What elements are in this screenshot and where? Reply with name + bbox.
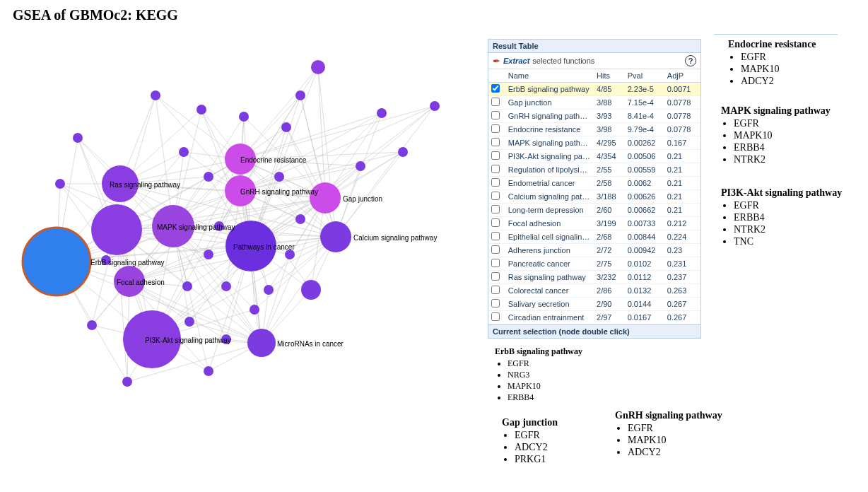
gene-item: MAPK10 bbox=[628, 435, 756, 446]
table-row[interactable]: Adherens junction2/720.009420.23 bbox=[488, 244, 700, 257]
graph-node-n6[interactable] bbox=[311, 60, 325, 74]
row-checkbox[interactable] bbox=[491, 272, 500, 281]
col-hits[interactable]: Hits bbox=[594, 69, 625, 83]
table-row[interactable]: GnRH signaling pathway3/938.41e-40.0778 bbox=[488, 110, 700, 123]
col-name[interactable]: Name bbox=[505, 69, 594, 83]
table-row[interactable]: Long-term depression2/600.006620.21 bbox=[488, 204, 700, 217]
panel-footer: Current selection (node double click) bbox=[488, 324, 700, 338]
graph-node-n12[interactable] bbox=[179, 147, 189, 157]
graph-node-n22[interactable] bbox=[87, 320, 97, 330]
graph-node-n14[interactable] bbox=[274, 172, 284, 182]
extract-button[interactable]: Extract bbox=[503, 57, 529, 65]
graph-node-n10[interactable] bbox=[356, 161, 365, 171]
graph-node-label: Pathways in cancer bbox=[233, 243, 295, 251]
table-row[interactable]: PI3K-Akt signaling pathway4/3540.005060.… bbox=[488, 150, 700, 163]
table-row[interactable]: Endocrine resistance3/989.79e-40.0778 bbox=[488, 123, 700, 136]
graph-node-n21[interactable] bbox=[184, 317, 194, 327]
graph-node-n18[interactable] bbox=[250, 305, 259, 315]
graph-node-n16[interactable] bbox=[285, 250, 295, 259]
table-row[interactable]: Gap junction3/887.15e-40.0778 bbox=[488, 96, 700, 110]
row-checkbox[interactable] bbox=[491, 151, 500, 160]
graph-node-n19[interactable] bbox=[221, 281, 231, 291]
graph-node-n1[interactable] bbox=[73, 133, 83, 143]
row-checkbox[interactable] bbox=[491, 299, 500, 308]
result-table-scroll[interactable]: Name Hits Pval AdjP ErbB signaling pathw… bbox=[488, 69, 700, 324]
table-row[interactable]: MAPK signaling pathway4/2950.002620.167 bbox=[488, 136, 700, 150]
row-checkbox[interactable] bbox=[491, 259, 500, 267]
row-checkbox[interactable] bbox=[491, 312, 500, 321]
result-table: Name Hits Pval AdjP ErbB signaling pathw… bbox=[488, 69, 700, 324]
graph-node-large1[interactable] bbox=[91, 204, 142, 255]
graph-node-n15[interactable] bbox=[295, 214, 305, 224]
row-checkbox[interactable] bbox=[491, 138, 500, 146]
graph-node-n4[interactable] bbox=[239, 112, 249, 122]
table-row[interactable]: Regulation of lipolysis in2/550.005590.2… bbox=[488, 163, 700, 177]
gene-item: MAPK10 bbox=[508, 381, 636, 392]
row-adjp: 0.167 bbox=[664, 136, 700, 150]
graph-node-n23[interactable] bbox=[122, 377, 132, 387]
graph-node-n8[interactable] bbox=[430, 101, 440, 111]
graph-node-n30[interactable] bbox=[204, 250, 213, 259]
graph-node-calci[interactable] bbox=[320, 221, 351, 252]
graph-node-n5[interactable] bbox=[281, 122, 291, 132]
row-pval: 0.0112 bbox=[625, 271, 664, 284]
gene-list-mapk: MAPK signaling pathwayEGFRMAPK10ERBB4NTR… bbox=[721, 105, 862, 166]
graph-node-gapj[interactable] bbox=[310, 182, 341, 213]
row-checkbox[interactable] bbox=[491, 192, 500, 200]
gene-list-title: ErbB signaling pathway bbox=[495, 346, 636, 357]
row-name: Endometrial cancer bbox=[505, 177, 594, 190]
table-row[interactable]: Circadian entrainment2/970.01670.267 bbox=[488, 311, 700, 324]
table-row[interactable]: Epithelial cell signaling in2/680.008440… bbox=[488, 230, 700, 244]
graph-node-n11[interactable] bbox=[295, 90, 305, 100]
graph-node-n17[interactable] bbox=[264, 285, 274, 295]
row-hits: 2/60 bbox=[594, 204, 625, 217]
graph-node-n24[interactable] bbox=[204, 366, 213, 376]
row-checkbox[interactable] bbox=[491, 111, 500, 119]
graph-node-n7[interactable] bbox=[377, 108, 387, 118]
row-adjp: 0.0778 bbox=[664, 123, 700, 136]
table-row[interactable]: Salivary secretion2/900.01440.267 bbox=[488, 298, 700, 311]
network-graph[interactable]: ErbB signaling pathwayGap junctionGnRH s… bbox=[7, 42, 474, 410]
divider bbox=[714, 34, 838, 35]
row-checkbox[interactable] bbox=[491, 232, 500, 240]
row-adjp: 0.21 bbox=[664, 204, 700, 217]
row-checkbox[interactable] bbox=[491, 84, 500, 93]
svg-line-119 bbox=[300, 95, 336, 237]
graph-node-micro[interactable] bbox=[247, 329, 276, 357]
row-pval: 0.0167 bbox=[625, 311, 664, 324]
table-row[interactable]: Pancreatic cancer2/750.01020.231 bbox=[488, 257, 700, 271]
table-row[interactable]: Endometrial cancer2/580.00620.21 bbox=[488, 177, 700, 190]
graph-node-n2[interactable] bbox=[151, 90, 160, 100]
gene-list-pi3k: PI3K-Akt signaling pathwayEGFRERBB4NTRK2… bbox=[721, 187, 862, 248]
svg-line-33 bbox=[120, 159, 240, 184]
gene-item: ERBB4 bbox=[508, 392, 636, 403]
row-checkbox[interactable] bbox=[491, 165, 500, 173]
table-row[interactable]: Calcium signaling pathway3/1880.006260.2… bbox=[488, 190, 700, 204]
row-checkbox[interactable] bbox=[491, 98, 500, 106]
table-row[interactable]: Ras signaling pathway3/2320.01120.237 bbox=[488, 271, 700, 284]
graph-node-n9[interactable] bbox=[398, 147, 408, 157]
row-checkbox[interactable] bbox=[491, 124, 500, 133]
gene-item: EGFR bbox=[734, 118, 862, 129]
gene-list-title: MAPK signaling pathway bbox=[721, 105, 862, 117]
gene-item: EGFR bbox=[741, 52, 868, 63]
row-checkbox[interactable] bbox=[491, 286, 500, 294]
graph-node-n13[interactable] bbox=[204, 172, 213, 182]
row-hits: 2/86 bbox=[594, 284, 625, 298]
row-checkbox[interactable] bbox=[491, 218, 500, 227]
row-checkbox[interactable] bbox=[491, 205, 500, 213]
table-row[interactable]: Focal adhesion3/1990.007330.212 bbox=[488, 217, 700, 230]
col-pval[interactable]: Pval bbox=[625, 69, 664, 83]
graph-node-n3[interactable] bbox=[197, 105, 206, 115]
graph-node-n20[interactable] bbox=[182, 281, 192, 291]
graph-node-n28[interactable] bbox=[55, 179, 65, 189]
col-adjp[interactable]: AdjP bbox=[664, 69, 700, 83]
graph-node-n26[interactable] bbox=[301, 280, 321, 300]
graph-node-erbb[interactable] bbox=[23, 228, 90, 295]
row-checkbox[interactable] bbox=[491, 178, 500, 187]
table-row[interactable]: ErbB signaling pathway4/852.23e-50.0071 bbox=[488, 83, 700, 96]
row-checkbox[interactable] bbox=[491, 245, 500, 254]
table-row[interactable]: Colorectal cancer2/860.01320.263 bbox=[488, 284, 700, 298]
help-icon[interactable]: ? bbox=[685, 55, 696, 66]
row-adjp: 0.0071 bbox=[664, 83, 700, 96]
